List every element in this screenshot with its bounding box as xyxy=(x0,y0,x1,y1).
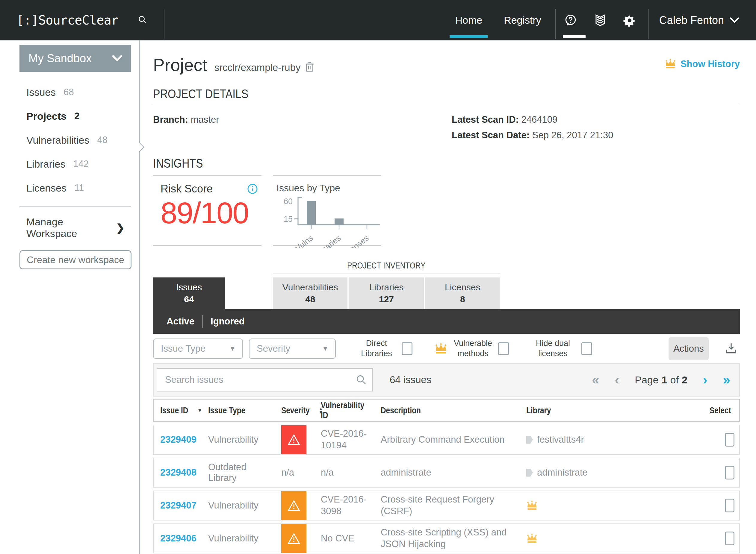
previous-page-button[interactable]: ‹ xyxy=(615,373,619,386)
severity-select[interactable]: Severity ▼ xyxy=(249,338,336,359)
tab-ignored[interactable]: Ignored xyxy=(211,316,245,327)
issue-description: administrate xyxy=(377,465,523,480)
project-details: Branch: master Latest Scan ID: 2464109 L… xyxy=(153,114,740,141)
user-name: Caleb Fenton xyxy=(659,14,724,26)
severity-na: n/a xyxy=(281,458,294,487)
branch-value: master xyxy=(191,114,219,125)
chevron-down-icon xyxy=(729,17,740,24)
chevron-right-icon: ❯ xyxy=(116,222,125,234)
vulnerability-id: n/a xyxy=(318,465,377,480)
user-menu[interactable]: Caleb Fenton xyxy=(649,14,740,26)
issue-description: Cross-site Request Forgery (CSRF) xyxy=(377,492,523,519)
col-issue-id[interactable]: Issue ID▼ xyxy=(154,405,206,416)
next-page-button[interactable]: › xyxy=(703,373,707,386)
severity-badge xyxy=(281,524,306,553)
project-inventory-group: PROJECT INVENTORY Vulnerabilities 48 Lib… xyxy=(273,261,500,309)
search-input[interactable] xyxy=(157,368,373,391)
primary-nav: Home Registry Caleb Fenton xyxy=(444,0,740,40)
svg-text:15: 15 xyxy=(284,215,293,224)
filter-toolbar: Issue Type ▼ Severity ▼ Direct Libraries… xyxy=(153,334,740,363)
col-library[interactable]: Library xyxy=(523,405,704,416)
vulnerabilities-count: 48 xyxy=(97,135,107,146)
vulnerable-methods-checkbox[interactable] xyxy=(498,342,509,355)
issues-count: 68 xyxy=(63,87,74,98)
severity-badge xyxy=(281,491,306,520)
sourceclear-logo: [:]SourceClear xyxy=(16,13,118,27)
row-select-checkbox[interactable] xyxy=(725,433,735,447)
col-severity[interactable]: Severity▲▼ xyxy=(270,405,318,416)
issue-type: Outdated Library xyxy=(206,462,270,483)
sidebar-item-libraries[interactable]: Libraries142 xyxy=(0,152,139,176)
info-icon[interactable] xyxy=(247,183,258,194)
row-select-checkbox[interactable] xyxy=(725,532,735,545)
top-navigation-bar: [:]SourceClear Home Registry xyxy=(0,0,756,40)
latest-scan-date-field: Latest Scan Date: Sep 26, 2017 21:30 xyxy=(452,130,740,141)
tab-vulnerabilities[interactable]: Vulnerabilities 48 xyxy=(273,277,347,309)
search-icon[interactable] xyxy=(138,15,148,26)
table-row: 2329407 Vulnerability CVE-2016-3098 Cros… xyxy=(153,491,740,520)
sidebar-item-issues[interactable]: Issues68 xyxy=(0,80,139,104)
page-indicator: Page1of2 xyxy=(635,374,688,386)
issue-id-link[interactable]: 2329409 xyxy=(160,434,197,445)
issue-type-select[interactable]: Issue Type ▼ xyxy=(153,338,243,359)
svg-text:60: 60 xyxy=(284,197,293,206)
direct-libraries-checkbox[interactable] xyxy=(402,342,412,355)
sidebar-divider xyxy=(19,207,131,207)
issue-state-bar: Active Ignored xyxy=(153,309,740,334)
projects-count: 2 xyxy=(74,111,80,121)
issues-table-header: Issue ID▼ Issue Type Severity▲▼ Vulnerab… xyxy=(153,399,740,422)
hide-dual-licenses-checkbox[interactable] xyxy=(582,342,592,355)
col-issue-type[interactable]: Issue Type xyxy=(206,405,270,416)
library-name: administrate xyxy=(537,467,588,478)
issue-id-link[interactable]: 2329407 xyxy=(160,500,197,511)
issue-id-link[interactable]: 2329408 xyxy=(160,467,197,478)
latest-scan-id-field: Latest Scan ID: 2464109 xyxy=(452,114,740,125)
table-row: 2329409 Vulnerability CVE-2016-10194 Arb… xyxy=(153,425,740,455)
crown-icon xyxy=(526,533,538,544)
row-select-checkbox[interactable] xyxy=(725,466,735,480)
issue-id-link[interactable]: 2329406 xyxy=(160,533,197,544)
scan-id-value: 2464109 xyxy=(521,114,558,125)
delete-project-icon[interactable] xyxy=(305,61,314,73)
sidebar-item-projects[interactable]: Projects2 xyxy=(0,104,139,128)
svg-text:Vulns: Vulns xyxy=(294,233,315,248)
help-icon[interactable] xyxy=(556,0,586,40)
table-row: 2329406 Vulnerability No CVE Cross-site … xyxy=(153,523,740,553)
workspace-selector[interactable]: My Sandbox xyxy=(19,45,131,72)
section-divider xyxy=(153,105,740,105)
issue-description: Arbitrary Command Execution xyxy=(377,432,523,447)
show-history-button[interactable]: Show History xyxy=(664,59,740,69)
docs-icon[interactable] xyxy=(586,0,615,40)
col-description[interactable]: Description xyxy=(377,405,523,416)
project-name: srcclr/example-ruby xyxy=(214,62,301,73)
col-vulnerability-id[interactable]: Vulnerability ID xyxy=(318,400,377,420)
chevron-down-icon: ▼ xyxy=(229,345,236,352)
col-select: Select xyxy=(704,405,738,416)
sidebar-item-licenses[interactable]: Licenses11 xyxy=(0,176,139,200)
create-workspace-button[interactable]: Create new workspace xyxy=(19,250,132,269)
tab-licenses[interactable]: Licenses 8 xyxy=(425,277,500,309)
tab-issues-count: 64 xyxy=(184,294,194,304)
table-row: 2329408 Outdated Library n/a n/a adminis… xyxy=(153,458,740,488)
first-page-button[interactable]: « xyxy=(592,373,599,386)
last-page-button[interactable]: » xyxy=(723,373,730,386)
crown-icon xyxy=(664,59,676,69)
pagination: « ‹ Page1of2 › » xyxy=(592,373,730,386)
manage-workspace-link[interactable]: Manage Workspace ❯ xyxy=(27,216,124,239)
current-page: 1 xyxy=(662,374,667,386)
tab-libraries[interactable]: Libraries 127 xyxy=(349,277,423,309)
download-icon[interactable] xyxy=(725,342,738,355)
actions-button[interactable]: Actions xyxy=(668,337,709,360)
nav-home[interactable]: Home xyxy=(444,0,493,40)
workspace-name: My Sandbox xyxy=(29,52,92,65)
tab-issues[interactable]: Issues 64 xyxy=(153,277,225,309)
issues-count-text: 64 issues xyxy=(390,374,431,386)
svg-text:Licenses: Licenses xyxy=(340,233,370,248)
scan-date-value: Sep 26, 2017 21:30 xyxy=(532,130,613,141)
sidebar-item-vulnerabilities[interactable]: Vulnerabilities48 xyxy=(0,128,139,152)
tab-active[interactable]: Active xyxy=(166,316,194,327)
vulnerability-id: No CVE xyxy=(318,531,377,546)
row-select-checkbox[interactable] xyxy=(725,499,735,512)
nav-registry[interactable]: Registry xyxy=(493,0,552,40)
settings-gear-icon[interactable] xyxy=(615,0,644,40)
